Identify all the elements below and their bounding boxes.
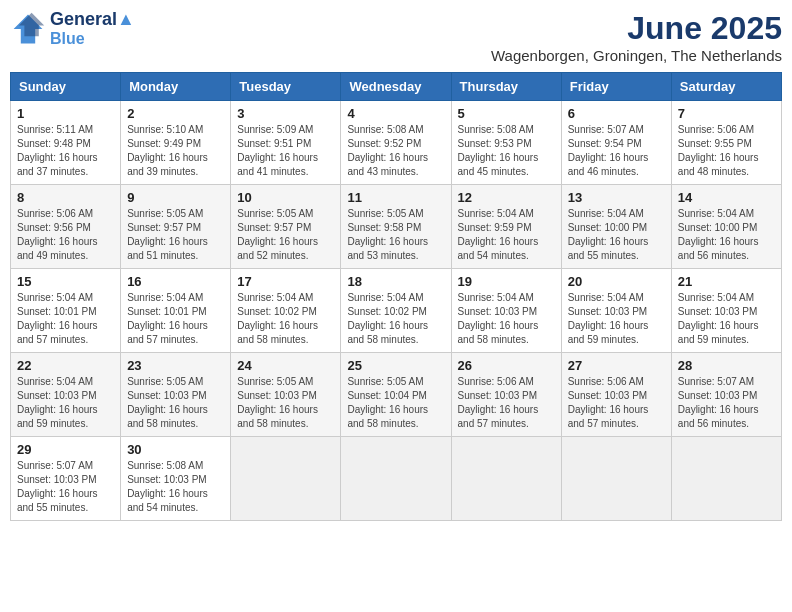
day-info: Sunrise: 5:11 AM Sunset: 9:48 PM Dayligh… bbox=[17, 123, 114, 179]
month-title: June 2025 bbox=[491, 10, 782, 47]
calendar-cell: 4 Sunrise: 5:08 AM Sunset: 9:52 PM Dayli… bbox=[341, 101, 451, 185]
day-info: Sunrise: 5:04 AM Sunset: 10:01 PM Daylig… bbox=[17, 291, 114, 347]
col-header-thursday: Thursday bbox=[451, 73, 561, 101]
calendar-cell: 19 Sunrise: 5:04 AM Sunset: 10:03 PM Day… bbox=[451, 269, 561, 353]
day-number: 17 bbox=[237, 274, 334, 289]
day-info: Sunrise: 5:04 AM Sunset: 10:03 PM Daylig… bbox=[458, 291, 555, 347]
calendar-cell: 9 Sunrise: 5:05 AM Sunset: 9:57 PM Dayli… bbox=[121, 185, 231, 269]
calendar-cell bbox=[451, 437, 561, 521]
day-number: 26 bbox=[458, 358, 555, 373]
col-header-wednesday: Wednesday bbox=[341, 73, 451, 101]
day-info: Sunrise: 5:05 AM Sunset: 10:04 PM Daylig… bbox=[347, 375, 444, 431]
calendar-cell: 29 Sunrise: 5:07 AM Sunset: 10:03 PM Day… bbox=[11, 437, 121, 521]
day-info: Sunrise: 5:07 AM Sunset: 10:03 PM Daylig… bbox=[17, 459, 114, 515]
calendar-cell: 30 Sunrise: 5:08 AM Sunset: 10:03 PM Day… bbox=[121, 437, 231, 521]
day-number: 30 bbox=[127, 442, 224, 457]
calendar-cell: 5 Sunrise: 5:08 AM Sunset: 9:53 PM Dayli… bbox=[451, 101, 561, 185]
day-number: 20 bbox=[568, 274, 665, 289]
calendar-cell: 15 Sunrise: 5:04 AM Sunset: 10:01 PM Day… bbox=[11, 269, 121, 353]
day-info: Sunrise: 5:06 AM Sunset: 9:55 PM Dayligh… bbox=[678, 123, 775, 179]
day-info: Sunrise: 5:04 AM Sunset: 10:00 PM Daylig… bbox=[568, 207, 665, 263]
day-number: 16 bbox=[127, 274, 224, 289]
calendar-cell bbox=[561, 437, 671, 521]
day-info: Sunrise: 5:04 AM Sunset: 9:59 PM Dayligh… bbox=[458, 207, 555, 263]
day-number: 27 bbox=[568, 358, 665, 373]
calendar-cell: 16 Sunrise: 5:04 AM Sunset: 10:01 PM Day… bbox=[121, 269, 231, 353]
title-section: June 2025 Wagenborgen, Groningen, The Ne… bbox=[491, 10, 782, 64]
logo-icon bbox=[10, 11, 46, 47]
calendar-cell: 27 Sunrise: 5:06 AM Sunset: 10:03 PM Day… bbox=[561, 353, 671, 437]
day-info: Sunrise: 5:09 AM Sunset: 9:51 PM Dayligh… bbox=[237, 123, 334, 179]
day-number: 29 bbox=[17, 442, 114, 457]
calendar-cell: 22 Sunrise: 5:04 AM Sunset: 10:03 PM Day… bbox=[11, 353, 121, 437]
calendar-cell: 25 Sunrise: 5:05 AM Sunset: 10:04 PM Day… bbox=[341, 353, 451, 437]
location-title: Wagenborgen, Groningen, The Netherlands bbox=[491, 47, 782, 64]
day-number: 10 bbox=[237, 190, 334, 205]
day-number: 8 bbox=[17, 190, 114, 205]
calendar-cell: 21 Sunrise: 5:04 AM Sunset: 10:03 PM Day… bbox=[671, 269, 781, 353]
day-info: Sunrise: 5:04 AM Sunset: 10:02 PM Daylig… bbox=[237, 291, 334, 347]
calendar-cell: 1 Sunrise: 5:11 AM Sunset: 9:48 PM Dayli… bbox=[11, 101, 121, 185]
day-info: Sunrise: 5:05 AM Sunset: 9:58 PM Dayligh… bbox=[347, 207, 444, 263]
calendar-cell: 7 Sunrise: 5:06 AM Sunset: 9:55 PM Dayli… bbox=[671, 101, 781, 185]
calendar-week-5: 29 Sunrise: 5:07 AM Sunset: 10:03 PM Day… bbox=[11, 437, 782, 521]
col-header-saturday: Saturday bbox=[671, 73, 781, 101]
calendar-cell: 11 Sunrise: 5:05 AM Sunset: 9:58 PM Dayl… bbox=[341, 185, 451, 269]
day-info: Sunrise: 5:05 AM Sunset: 10:03 PM Daylig… bbox=[127, 375, 224, 431]
calendar-cell: 18 Sunrise: 5:04 AM Sunset: 10:02 PM Day… bbox=[341, 269, 451, 353]
day-number: 15 bbox=[17, 274, 114, 289]
day-number: 28 bbox=[678, 358, 775, 373]
day-number: 6 bbox=[568, 106, 665, 121]
calendar-week-3: 15 Sunrise: 5:04 AM Sunset: 10:01 PM Day… bbox=[11, 269, 782, 353]
day-number: 7 bbox=[678, 106, 775, 121]
day-number: 13 bbox=[568, 190, 665, 205]
calendar-week-1: 1 Sunrise: 5:11 AM Sunset: 9:48 PM Dayli… bbox=[11, 101, 782, 185]
calendar-week-4: 22 Sunrise: 5:04 AM Sunset: 10:03 PM Day… bbox=[11, 353, 782, 437]
calendar-cell: 17 Sunrise: 5:04 AM Sunset: 10:02 PM Day… bbox=[231, 269, 341, 353]
col-header-tuesday: Tuesday bbox=[231, 73, 341, 101]
day-info: Sunrise: 5:04 AM Sunset: 10:03 PM Daylig… bbox=[678, 291, 775, 347]
day-number: 12 bbox=[458, 190, 555, 205]
day-number: 2 bbox=[127, 106, 224, 121]
day-info: Sunrise: 5:04 AM Sunset: 10:00 PM Daylig… bbox=[678, 207, 775, 263]
day-info: Sunrise: 5:04 AM Sunset: 10:03 PM Daylig… bbox=[568, 291, 665, 347]
day-info: Sunrise: 5:10 AM Sunset: 9:49 PM Dayligh… bbox=[127, 123, 224, 179]
calendar-cell: 28 Sunrise: 5:07 AM Sunset: 10:03 PM Day… bbox=[671, 353, 781, 437]
day-number: 9 bbox=[127, 190, 224, 205]
calendar-cell: 14 Sunrise: 5:04 AM Sunset: 10:00 PM Day… bbox=[671, 185, 781, 269]
calendar-cell: 2 Sunrise: 5:10 AM Sunset: 9:49 PM Dayli… bbox=[121, 101, 231, 185]
calendar-cell: 3 Sunrise: 5:09 AM Sunset: 9:51 PM Dayli… bbox=[231, 101, 341, 185]
col-header-sunday: Sunday bbox=[11, 73, 121, 101]
calendar-cell bbox=[341, 437, 451, 521]
calendar-cell: 26 Sunrise: 5:06 AM Sunset: 10:03 PM Day… bbox=[451, 353, 561, 437]
day-info: Sunrise: 5:05 AM Sunset: 10:03 PM Daylig… bbox=[237, 375, 334, 431]
calendar-cell: 10 Sunrise: 5:05 AM Sunset: 9:57 PM Dayl… bbox=[231, 185, 341, 269]
calendar-cell: 12 Sunrise: 5:04 AM Sunset: 9:59 PM Dayl… bbox=[451, 185, 561, 269]
calendar-cell: 8 Sunrise: 5:06 AM Sunset: 9:56 PM Dayli… bbox=[11, 185, 121, 269]
day-number: 22 bbox=[17, 358, 114, 373]
day-info: Sunrise: 5:05 AM Sunset: 9:57 PM Dayligh… bbox=[127, 207, 224, 263]
col-header-friday: Friday bbox=[561, 73, 671, 101]
calendar-cell bbox=[671, 437, 781, 521]
day-number: 21 bbox=[678, 274, 775, 289]
day-number: 14 bbox=[678, 190, 775, 205]
calendar-week-2: 8 Sunrise: 5:06 AM Sunset: 9:56 PM Dayli… bbox=[11, 185, 782, 269]
day-info: Sunrise: 5:06 AM Sunset: 9:56 PM Dayligh… bbox=[17, 207, 114, 263]
calendar-cell: 20 Sunrise: 5:04 AM Sunset: 10:03 PM Day… bbox=[561, 269, 671, 353]
day-number: 19 bbox=[458, 274, 555, 289]
day-info: Sunrise: 5:07 AM Sunset: 10:03 PM Daylig… bbox=[678, 375, 775, 431]
day-info: Sunrise: 5:06 AM Sunset: 10:03 PM Daylig… bbox=[458, 375, 555, 431]
page-header: General▲ Blue June 2025 Wagenborgen, Gro… bbox=[10, 10, 782, 64]
day-info: Sunrise: 5:04 AM Sunset: 10:03 PM Daylig… bbox=[17, 375, 114, 431]
day-number: 18 bbox=[347, 274, 444, 289]
calendar-cell bbox=[231, 437, 341, 521]
day-number: 23 bbox=[127, 358, 224, 373]
day-number: 24 bbox=[237, 358, 334, 373]
day-info: Sunrise: 5:08 AM Sunset: 9:52 PM Dayligh… bbox=[347, 123, 444, 179]
col-header-monday: Monday bbox=[121, 73, 231, 101]
day-number: 3 bbox=[237, 106, 334, 121]
calendar-cell: 24 Sunrise: 5:05 AM Sunset: 10:03 PM Day… bbox=[231, 353, 341, 437]
day-number: 11 bbox=[347, 190, 444, 205]
day-info: Sunrise: 5:04 AM Sunset: 10:02 PM Daylig… bbox=[347, 291, 444, 347]
day-number: 5 bbox=[458, 106, 555, 121]
